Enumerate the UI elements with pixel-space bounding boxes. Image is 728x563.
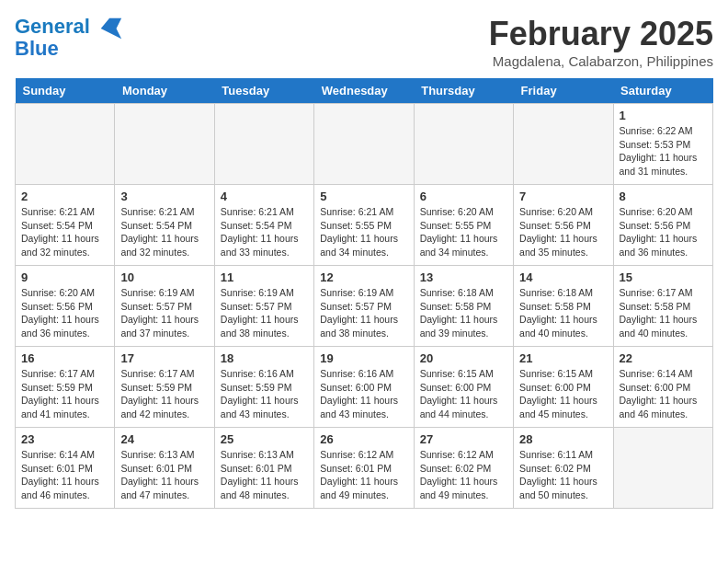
day-info: Sunrise: 6:21 AM Sunset: 5:54 PM Dayligh…: [120, 205, 208, 259]
day-info: Sunrise: 6:21 AM Sunset: 5:55 PM Dayligh…: [320, 205, 407, 259]
calendar-cell: 11Sunrise: 6:19 AM Sunset: 5:57 PM Dayli…: [214, 266, 313, 347]
day-number: 28: [519, 432, 607, 446]
day-number: 26: [320, 432, 407, 446]
weekday-header-sunday: Sunday: [16, 78, 115, 104]
calendar-cell: 5Sunrise: 6:21 AM Sunset: 5:55 PM Daylig…: [314, 185, 414, 266]
calendar-cell: [214, 104, 313, 185]
day-number: 24: [120, 432, 208, 446]
day-info: Sunrise: 6:20 AM Sunset: 5:56 PM Dayligh…: [519, 205, 607, 259]
day-info: Sunrise: 6:19 AM Sunset: 5:57 PM Dayligh…: [320, 286, 407, 340]
day-info: Sunrise: 6:17 AM Sunset: 5:59 PM Dayligh…: [21, 367, 108, 421]
day-info: Sunrise: 6:22 AM Sunset: 5:53 PM Dayligh…: [620, 124, 707, 178]
calendar-cell: 2Sunrise: 6:21 AM Sunset: 5:54 PM Daylig…: [16, 185, 115, 266]
week-row-1: 1Sunrise: 6:22 AM Sunset: 5:53 PM Daylig…: [16, 104, 713, 185]
day-info: Sunrise: 6:15 AM Sunset: 6:00 PM Dayligh…: [420, 367, 507, 421]
day-info: Sunrise: 6:15 AM Sunset: 6:00 PM Dayligh…: [519, 367, 607, 421]
calendar-cell: [414, 104, 513, 185]
day-number: 3: [120, 190, 208, 203]
day-info: Sunrise: 6:21 AM Sunset: 5:54 PM Dayligh…: [221, 205, 308, 259]
calendar-cell: 17Sunrise: 6:17 AM Sunset: 5:59 PM Dayli…: [115, 347, 214, 428]
weekday-header-wednesday: Wednesday: [314, 78, 414, 104]
day-info: Sunrise: 6:13 AM Sunset: 6:01 PM Dayligh…: [221, 448, 308, 502]
day-info: Sunrise: 6:20 AM Sunset: 5:55 PM Dayligh…: [420, 205, 507, 259]
calendar-cell: 7Sunrise: 6:20 AM Sunset: 5:56 PM Daylig…: [514, 185, 613, 266]
day-number: 25: [221, 432, 308, 446]
calendar-cell: 8Sunrise: 6:20 AM Sunset: 5:56 PM Daylig…: [613, 185, 712, 266]
day-info: Sunrise: 6:13 AM Sunset: 6:01 PM Dayligh…: [120, 448, 208, 502]
calendar-table: SundayMondayTuesdayWednesdayThursdayFrid…: [15, 78, 713, 509]
day-info: Sunrise: 6:14 AM Sunset: 6:00 PM Dayligh…: [620, 367, 707, 421]
calendar-cell: 9Sunrise: 6:20 AM Sunset: 5:56 PM Daylig…: [16, 266, 115, 347]
calendar-cell: 12Sunrise: 6:19 AM Sunset: 5:57 PM Dayli…: [314, 266, 414, 347]
week-row-3: 9Sunrise: 6:20 AM Sunset: 5:56 PM Daylig…: [16, 266, 713, 347]
day-number: 17: [120, 351, 208, 365]
weekday-header-friday: Friday: [514, 78, 613, 104]
weekday-header-tuesday: Tuesday: [214, 78, 313, 104]
day-number: 9: [21, 270, 108, 284]
week-row-2: 2Sunrise: 6:21 AM Sunset: 5:54 PM Daylig…: [16, 185, 713, 266]
weekday-header-monday: Monday: [115, 78, 214, 104]
logo: General Blue: [15, 15, 123, 61]
day-info: Sunrise: 6:20 AM Sunset: 5:56 PM Dayligh…: [620, 205, 707, 259]
calendar-cell: [115, 104, 214, 185]
day-info: Sunrise: 6:21 AM Sunset: 5:54 PM Dayligh…: [21, 205, 108, 259]
day-number: 22: [620, 351, 707, 365]
day-number: 20: [420, 351, 507, 365]
day-info: Sunrise: 6:12 AM Sunset: 6:02 PM Dayligh…: [420, 448, 507, 502]
calendar-cell: 23Sunrise: 6:14 AM Sunset: 6:01 PM Dayli…: [16, 428, 115, 509]
calendar-cell: 1Sunrise: 6:22 AM Sunset: 5:53 PM Daylig…: [613, 104, 712, 185]
weekday-header-thursday: Thursday: [414, 78, 513, 104]
day-info: Sunrise: 6:17 AM Sunset: 5:59 PM Dayligh…: [120, 367, 208, 421]
day-number: 6: [420, 190, 507, 203]
calendar-cell: 20Sunrise: 6:15 AM Sunset: 6:00 PM Dayli…: [414, 347, 513, 428]
title-block: February 2025 Magdalena, Calabarzon, Phi…: [489, 15, 713, 69]
day-number: 21: [519, 351, 607, 365]
svg-marker-0: [101, 18, 121, 39]
calendar-cell: 28Sunrise: 6:11 AM Sunset: 6:02 PM Dayli…: [514, 428, 613, 509]
calendar-cell: [613, 428, 712, 509]
calendar-cell: 18Sunrise: 6:16 AM Sunset: 5:59 PM Dayli…: [214, 347, 313, 428]
day-number: 23: [21, 432, 108, 446]
calendar-cell: 22Sunrise: 6:14 AM Sunset: 6:00 PM Dayli…: [613, 347, 712, 428]
day-number: 1: [620, 109, 707, 122]
day-number: 2: [21, 190, 108, 203]
day-number: 4: [221, 190, 308, 203]
location: Magdalena, Calabarzon, Philippines: [489, 53, 713, 69]
day-info: Sunrise: 6:14 AM Sunset: 6:01 PM Dayligh…: [21, 448, 108, 502]
calendar-cell: 13Sunrise: 6:18 AM Sunset: 5:58 PM Dayli…: [414, 266, 513, 347]
day-number: 11: [221, 270, 308, 284]
calendar-cell: [514, 104, 613, 185]
calendar-cell: 26Sunrise: 6:12 AM Sunset: 6:01 PM Dayli…: [314, 428, 414, 509]
day-number: 16: [21, 351, 108, 365]
calendar-cell: 4Sunrise: 6:21 AM Sunset: 5:54 PM Daylig…: [214, 185, 313, 266]
calendar-cell: 3Sunrise: 6:21 AM Sunset: 5:54 PM Daylig…: [115, 185, 214, 266]
day-info: Sunrise: 6:12 AM Sunset: 6:01 PM Dayligh…: [320, 448, 407, 502]
calendar-cell: 6Sunrise: 6:20 AM Sunset: 5:55 PM Daylig…: [414, 185, 513, 266]
calendar-cell: 27Sunrise: 6:12 AM Sunset: 6:02 PM Dayli…: [414, 428, 513, 509]
month-title: February 2025: [489, 15, 713, 53]
calendar-cell: 10Sunrise: 6:19 AM Sunset: 5:57 PM Dayli…: [115, 266, 214, 347]
day-number: 27: [420, 432, 507, 446]
weekday-header-saturday: Saturday: [613, 78, 712, 104]
page-header: General Blue February 2025 Magdalena, Ca…: [15, 15, 713, 69]
day-info: Sunrise: 6:16 AM Sunset: 5:59 PM Dayligh…: [221, 367, 308, 421]
calendar-cell: 19Sunrise: 6:16 AM Sunset: 6:00 PM Dayli…: [314, 347, 414, 428]
calendar-cell: 16Sunrise: 6:17 AM Sunset: 5:59 PM Dayli…: [16, 347, 115, 428]
day-number: 15: [620, 270, 707, 284]
day-info: Sunrise: 6:18 AM Sunset: 5:58 PM Dayligh…: [519, 286, 607, 340]
calendar-cell: [16, 104, 115, 185]
day-number: 19: [320, 351, 407, 365]
calendar-cell: 21Sunrise: 6:15 AM Sunset: 6:00 PM Dayli…: [514, 347, 613, 428]
week-row-5: 23Sunrise: 6:14 AM Sunset: 6:01 PM Dayli…: [16, 428, 713, 509]
day-number: 13: [420, 270, 507, 284]
day-info: Sunrise: 6:20 AM Sunset: 5:56 PM Dayligh…: [21, 286, 108, 340]
day-info: Sunrise: 6:16 AM Sunset: 6:00 PM Dayligh…: [320, 367, 407, 421]
day-info: Sunrise: 6:18 AM Sunset: 5:58 PM Dayligh…: [420, 286, 507, 340]
day-info: Sunrise: 6:11 AM Sunset: 6:02 PM Dayligh…: [519, 448, 607, 502]
day-info: Sunrise: 6:19 AM Sunset: 5:57 PM Dayligh…: [120, 286, 208, 340]
calendar-body: 1Sunrise: 6:22 AM Sunset: 5:53 PM Daylig…: [16, 104, 713, 509]
day-number: 12: [320, 270, 407, 284]
week-row-4: 16Sunrise: 6:17 AM Sunset: 5:59 PM Dayli…: [16, 347, 713, 428]
calendar-cell: 25Sunrise: 6:13 AM Sunset: 6:01 PM Dayli…: [214, 428, 313, 509]
day-number: 10: [120, 270, 208, 284]
